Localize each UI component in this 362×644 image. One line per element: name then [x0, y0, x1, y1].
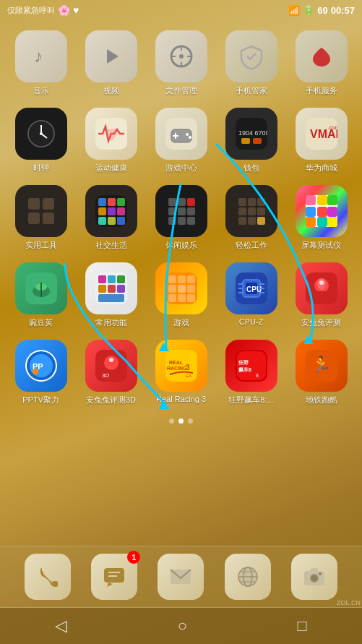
mail-icon	[158, 554, 204, 600]
svg-rect-90	[187, 285, 195, 293]
svg-rect-43	[168, 198, 176, 206]
svg-text:3: 3	[186, 364, 190, 372]
svg-rect-34	[108, 198, 116, 206]
svg-rect-39	[98, 217, 106, 225]
wifi-icon: 📶	[288, 5, 300, 16]
files-icon	[155, 30, 207, 82]
watermark: ZOL.CN	[337, 599, 361, 606]
dock: 1	[0, 546, 362, 608]
svg-text:狂野: 狂野	[238, 360, 249, 365]
app-health[interactable]: 运动健康	[76, 102, 146, 179]
svg-rect-70	[317, 217, 327, 227]
page-dot-1	[169, 418, 174, 424]
svg-rect-85	[168, 275, 176, 283]
svg-point-3	[179, 54, 184, 59]
dock-mail[interactable]	[158, 554, 204, 600]
app-grid: ♪ 音乐 视频 文件管理 手机管家	[0, 20, 362, 416]
svg-text:REAL: REAL	[169, 360, 184, 365]
svg-rect-51	[187, 217, 195, 225]
svg-rect-53	[238, 198, 246, 206]
app-work[interactable]: 轻松工作	[216, 179, 286, 257]
svg-rect-50	[178, 217, 186, 225]
back-button[interactable]: ◁	[40, 611, 82, 641]
svg-point-107	[319, 280, 324, 285]
battery-level: 69	[317, 5, 327, 16]
dock-sms[interactable]: 1	[91, 554, 137, 600]
subway-icon: 🏃	[296, 340, 348, 392]
svg-rect-29	[43, 198, 54, 210]
svg-rect-44	[178, 198, 186, 206]
app-tools[interactable]: 实用工具	[6, 179, 76, 257]
svg-text:RACING: RACING	[167, 366, 187, 371]
dock-camera[interactable]	[291, 554, 337, 600]
app-entertainment[interactable]: 休闲娱乐	[146, 179, 216, 257]
svg-rect-48	[187, 207, 195, 215]
svg-rect-22	[241, 138, 250, 144]
app-clock[interactable]: 时钟	[6, 102, 76, 179]
app-game[interactable]: 游戏中心	[146, 102, 216, 179]
app-doubean[interactable]: 豌豆荚	[6, 257, 76, 334]
svg-rect-63	[306, 195, 316, 205]
svg-rect-37	[108, 207, 116, 215]
app-social[interactable]: 社交生活	[76, 179, 146, 257]
battery-icon: 🔋	[303, 5, 314, 16]
cpuz-icon: CPU	[225, 262, 277, 314]
app-cpuz[interactable]: CPU CPU-Z	[216, 257, 286, 334]
antutu-icon	[296, 262, 348, 314]
svg-text:CPU: CPU	[246, 285, 262, 293]
app-vmall[interactable]: VMALL .com 华为商城	[286, 102, 356, 179]
wildracing-icon: 狂野 飙车8 8	[225, 340, 277, 392]
app-antutu3d[interactable]: 3D 安兔兔评测3D	[76, 334, 146, 411]
app-files[interactable]: 文件管理	[146, 25, 216, 102]
svg-rect-49	[168, 217, 176, 225]
recent-button[interactable]: □	[283, 611, 321, 641]
svg-rect-86	[178, 275, 186, 283]
svg-point-116	[109, 358, 113, 362]
health-icon	[85, 108, 137, 160]
page-indicators	[0, 418, 362, 424]
dock-phone[interactable]	[25, 554, 71, 600]
svg-rect-80	[98, 285, 106, 293]
app-music[interactable]: ♪ 音乐	[6, 25, 76, 102]
phonemanager-icon	[225, 30, 277, 82]
realracing-icon: REAL RACING 3 EA	[155, 340, 207, 392]
page-dot-2	[178, 418, 184, 424]
time-display: 00:57	[331, 5, 355, 16]
wallet-icon: 1904 6700 0901 8417	[225, 108, 277, 160]
svg-rect-36	[98, 207, 106, 215]
svg-rect-55	[257, 198, 265, 206]
svg-rect-59	[238, 217, 246, 225]
svg-rect-69	[306, 217, 316, 227]
app-realracing[interactable]: REAL RACING 3 EA Real Racing 3	[146, 334, 216, 411]
dock-browser[interactable]	[225, 554, 271, 600]
app-screentest[interactable]: 屏幕测试仪	[286, 179, 356, 257]
tools-icon	[15, 185, 67, 237]
app-subway[interactable]: 🏃 地铁跑酷	[286, 334, 356, 411]
vmall-icon: VMALL .com	[296, 108, 348, 160]
screentest-icon	[296, 185, 348, 237]
pptv-icon: PP	[15, 340, 67, 392]
svg-rect-33	[98, 198, 106, 206]
music-icon: ♪	[15, 30, 67, 82]
svg-marker-1	[107, 49, 118, 64]
app-wallet[interactable]: 1904 6700 0901 8417 钱包	[216, 102, 286, 179]
app-pptv[interactable]: PP PPTV聚力	[6, 334, 76, 411]
home-button[interactable]: ○	[163, 611, 202, 641]
app-wildracing[interactable]: 狂野 飙车8 8 狂野飙车8:...	[216, 334, 286, 411]
app-video[interactable]: 视频	[76, 25, 146, 102]
svg-rect-87	[187, 275, 195, 283]
app-youxi[interactable]: 游戏	[146, 257, 216, 334]
svg-rect-93	[187, 294, 195, 302]
game-icon	[155, 108, 207, 160]
app-phonemanager[interactable]: 手机管家	[216, 25, 286, 102]
changfun-icon	[85, 262, 137, 314]
svg-rect-47	[178, 207, 186, 215]
svg-rect-88	[168, 285, 176, 293]
app-antutu[interactable]: 安兔兔评测	[286, 257, 356, 334]
app-phoneservice[interactable]: 手机服务	[286, 25, 356, 102]
svg-rect-66	[306, 207, 316, 217]
svg-rect-41	[117, 217, 125, 225]
svg-rect-123	[237, 351, 266, 380]
app-changfun[interactable]: 常用功能	[76, 257, 146, 334]
svg-rect-35	[117, 198, 125, 206]
